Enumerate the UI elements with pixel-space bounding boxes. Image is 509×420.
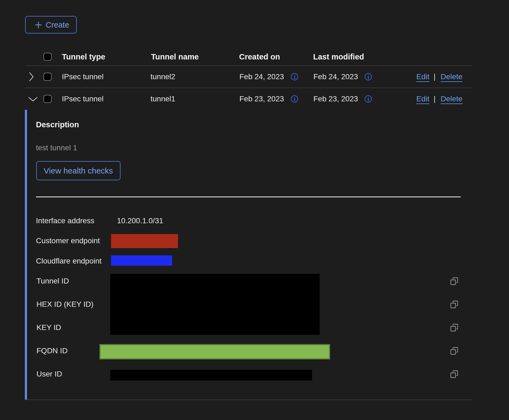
- svg-text:i: i: [294, 96, 296, 102]
- svg-text:i: i: [294, 74, 296, 80]
- svg-text:i: i: [368, 96, 369, 102]
- svg-text:i: i: [368, 74, 369, 80]
